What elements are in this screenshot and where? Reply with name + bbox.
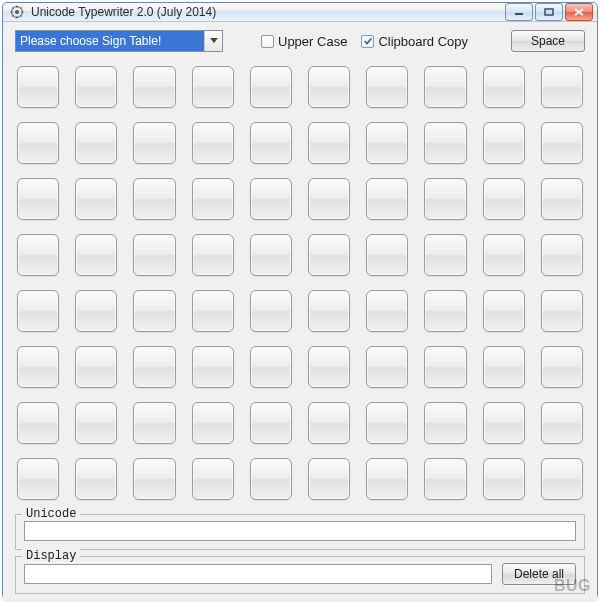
svg-rect-11: [545, 9, 553, 15]
character-cell[interactable]: [75, 66, 117, 108]
character-cell[interactable]: [133, 178, 175, 220]
sign-table-combo[interactable]: Please choose Sign Table!: [15, 30, 223, 52]
maximize-button[interactable]: [535, 3, 563, 21]
character-cell[interactable]: [192, 458, 234, 500]
character-cell[interactable]: [424, 234, 466, 276]
character-cell[interactable]: [133, 122, 175, 164]
character-cell[interactable]: [483, 66, 525, 108]
character-cell[interactable]: [133, 290, 175, 332]
character-cell[interactable]: [192, 234, 234, 276]
close-button[interactable]: [565, 3, 593, 21]
character-cell[interactable]: [366, 346, 408, 388]
character-cell[interactable]: [308, 402, 350, 444]
character-cell[interactable]: [75, 290, 117, 332]
character-cell[interactable]: [541, 178, 583, 220]
character-cell[interactable]: [366, 290, 408, 332]
unicode-input[interactable]: [24, 521, 576, 541]
character-cell[interactable]: [308, 234, 350, 276]
character-cell[interactable]: [483, 122, 525, 164]
display-input[interactable]: [24, 564, 492, 584]
character-cell[interactable]: [17, 346, 59, 388]
character-cell[interactable]: [192, 346, 234, 388]
character-cell[interactable]: [308, 290, 350, 332]
character-cell[interactable]: [424, 122, 466, 164]
character-cell[interactable]: [541, 234, 583, 276]
character-cell[interactable]: [424, 178, 466, 220]
minimize-button[interactable]: [505, 3, 533, 21]
character-cell[interactable]: [424, 402, 466, 444]
character-cell[interactable]: [541, 458, 583, 500]
character-cell[interactable]: [133, 66, 175, 108]
character-cell[interactable]: [17, 402, 59, 444]
character-cell[interactable]: [308, 346, 350, 388]
character-cell[interactable]: [541, 290, 583, 332]
character-cell[interactable]: [17, 178, 59, 220]
character-cell[interactable]: [250, 66, 292, 108]
character-cell[interactable]: [483, 458, 525, 500]
character-cell[interactable]: [17, 458, 59, 500]
character-cell[interactable]: [192, 290, 234, 332]
character-cell[interactable]: [75, 234, 117, 276]
character-cell[interactable]: [308, 66, 350, 108]
character-cell[interactable]: [250, 234, 292, 276]
character-cell[interactable]: [192, 66, 234, 108]
character-cell[interactable]: [366, 122, 408, 164]
character-cell[interactable]: [541, 122, 583, 164]
character-cell[interactable]: [17, 290, 59, 332]
character-cell[interactable]: [250, 290, 292, 332]
character-cell[interactable]: [541, 66, 583, 108]
character-cell[interactable]: [250, 346, 292, 388]
character-cell[interactable]: [541, 346, 583, 388]
character-cell[interactable]: [483, 178, 525, 220]
character-cell[interactable]: [250, 402, 292, 444]
character-cell[interactable]: [308, 458, 350, 500]
character-cell[interactable]: [133, 458, 175, 500]
delete-all-button[interactable]: Delete all: [502, 563, 576, 585]
display-label: Display: [22, 549, 80, 563]
character-cell[interactable]: [17, 66, 59, 108]
character-cell[interactable]: [250, 458, 292, 500]
character-cell[interactable]: [366, 66, 408, 108]
toolbar: Please choose Sign Table! Upper Case Cli…: [15, 30, 585, 52]
character-cell[interactable]: [75, 458, 117, 500]
character-cell[interactable]: [424, 458, 466, 500]
character-cell[interactable]: [75, 178, 117, 220]
character-cell[interactable]: [424, 346, 466, 388]
character-cell[interactable]: [17, 122, 59, 164]
character-cell[interactable]: [133, 402, 175, 444]
character-cell[interactable]: [75, 402, 117, 444]
character-cell[interactable]: [250, 178, 292, 220]
character-cell[interactable]: [192, 122, 234, 164]
character-cell[interactable]: [483, 234, 525, 276]
titlebar: Unicode Typewriter 2.0 (July 2014): [3, 3, 597, 22]
character-cell[interactable]: [424, 290, 466, 332]
character-cell[interactable]: [366, 458, 408, 500]
character-cell[interactable]: [192, 402, 234, 444]
character-cell[interactable]: [366, 402, 408, 444]
clipboard-copy-checkbox[interactable]: Clipboard Copy: [361, 34, 468, 49]
character-cell[interactable]: [483, 402, 525, 444]
upper-case-checkbox[interactable]: Upper Case: [261, 34, 347, 49]
character-cell[interactable]: [133, 346, 175, 388]
character-cell[interactable]: [541, 402, 583, 444]
character-grid: [15, 62, 585, 506]
character-cell[interactable]: [483, 290, 525, 332]
space-button[interactable]: Space: [511, 30, 585, 52]
character-cell[interactable]: [424, 66, 466, 108]
character-cell[interactable]: [75, 346, 117, 388]
character-cell[interactable]: [75, 122, 117, 164]
character-cell[interactable]: [308, 178, 350, 220]
upper-case-label: Upper Case: [278, 34, 347, 49]
character-cell[interactable]: [17, 234, 59, 276]
character-cell[interactable]: [366, 234, 408, 276]
character-cell[interactable]: [133, 234, 175, 276]
clipboard-copy-label: Clipboard Copy: [378, 34, 468, 49]
character-cell[interactable]: [250, 122, 292, 164]
character-cell[interactable]: [308, 122, 350, 164]
window-buttons: [505, 3, 593, 21]
character-cell[interactable]: [483, 346, 525, 388]
character-cell[interactable]: [366, 178, 408, 220]
svg-rect-10: [515, 13, 523, 15]
unicode-fieldset: Unicode: [15, 514, 585, 550]
character-cell[interactable]: [192, 178, 234, 220]
